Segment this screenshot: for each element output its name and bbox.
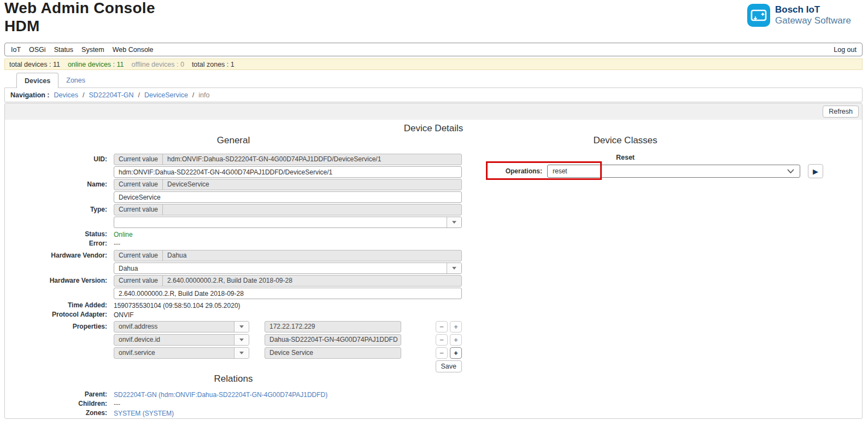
- hardware-vendor-dropdown-button[interactable]: [447, 263, 461, 273]
- property-row: onvif.service Device Service − +: [114, 347, 462, 359]
- chevron-down-icon: [452, 221, 456, 224]
- general-form: UID: Current value hdm:ONVIF:Dahua-SD222…: [5, 154, 478, 418]
- status-label: Status:: [5, 230, 114, 239]
- parent-label: Parent:: [5, 390, 114, 399]
- add-property-button[interactable]: +: [450, 334, 462, 346]
- time-added-value: 1590735530104 (09:58:50.104 29.05.2020): [114, 302, 241, 310]
- parent-row: Parent: SD22204T-GN (hdm:ONVIF:Dahua-SD2…: [5, 390, 478, 399]
- save-button[interactable]: Save: [436, 360, 462, 372]
- hardware-version-input[interactable]: [114, 288, 462, 299]
- menu-item-status[interactable]: Status: [54, 46, 73, 54]
- property-key-dropdown-button[interactable]: [234, 348, 249, 358]
- name-label: Name:: [5, 179, 114, 190]
- menu-item-web-console[interactable]: Web Console: [113, 46, 154, 54]
- time-added-label: Time Added:: [5, 301, 114, 310]
- menubar: IoT OSGi Status System Web Console Log o…: [4, 43, 863, 56]
- type-dropdown-button[interactable]: [447, 217, 461, 227]
- remove-property-button[interactable]: −: [436, 347, 448, 359]
- hardware-vendor-input[interactable]: [114, 263, 447, 273]
- breadcrumb: Navigation : Devices / SD22204T-GN / Dev…: [4, 87, 863, 102]
- page-title-line1: Web Admin Console: [4, 0, 155, 17]
- name-current-value: Current value DeviceService: [114, 179, 462, 190]
- add-property-button[interactable]: +: [450, 347, 462, 359]
- type-combobox: [114, 217, 462, 228]
- chevron-down-icon: [239, 339, 244, 341]
- type-label: Type:: [5, 204, 114, 215]
- property-row: onvif.address 172.22.172.229 − +: [114, 321, 462, 332]
- children-row: Children: ---: [5, 399, 478, 409]
- execute-operation-button[interactable]: ▶: [808, 164, 823, 178]
- menu-item-system[interactable]: System: [81, 46, 104, 54]
- logo-brand-text: Bosch IoT: [775, 4, 851, 15]
- general-section: General UID: Current value hdm:ONVIF:Dah…: [5, 135, 478, 418]
- current-value-caption: Current value: [114, 276, 163, 286]
- breadcrumb-label: Navigation :: [10, 91, 50, 99]
- hardware-vendor-group: Hardware Vendor: Current value Dahua: [5, 250, 478, 274]
- uid-input[interactable]: [114, 166, 462, 178]
- logo-text: Bosch IoT Gateway Software: [775, 4, 851, 26]
- uid-current-value: Current value hdm:ONVIF:Dahua-SD22204T-G…: [114, 154, 462, 165]
- general-title: General: [5, 135, 462, 147]
- operations-select[interactable]: reset: [547, 165, 800, 178]
- property-row: onvif.device.id Dahua-SD22204T-GN-4G00D7…: [114, 334, 462, 346]
- tab-devices[interactable]: Devices: [16, 73, 58, 88]
- hardware-version-current-value: Current value 2.640.0000000.2.R, Build D…: [114, 275, 462, 287]
- device-details-title: Device Details: [5, 123, 862, 134]
- breadcrumb-link-devices[interactable]: Devices: [54, 91, 78, 99]
- main-panel: Refresh Device Details General UID: Curr…: [4, 103, 863, 419]
- property-key-combobox: onvif.address: [114, 321, 249, 332]
- protocol-adapter-label: Protocol Adapter:: [5, 310, 114, 319]
- zones-link[interactable]: SYSTEM (SYSTEM): [114, 410, 174, 417]
- operations-label: Operations:: [478, 167, 542, 175]
- name-input[interactable]: [114, 191, 462, 203]
- breadcrumb-link-service[interactable]: DeviceService: [144, 91, 188, 99]
- add-property-button[interactable]: +: [450, 321, 462, 332]
- brand-logo: Bosch IoT Gateway Software: [747, 4, 851, 27]
- device-classes-title: Device Classes: [473, 135, 777, 146]
- hardware-vendor-current-value: Current value Dahua: [114, 250, 462, 261]
- hardware-version-label: Hardware Version:: [5, 275, 114, 287]
- parent-link[interactable]: SD22204T-GN (hdm:ONVIF:Dahua-SD22204T-GN…: [114, 391, 327, 399]
- hardware-version-group: Hardware Version: Current value 2.640.00…: [5, 275, 478, 299]
- logout-button[interactable]: Log out: [834, 46, 857, 54]
- children-label: Children:: [5, 399, 114, 409]
- error-value: ---: [114, 240, 120, 248]
- zones-row: Zones: SYSTEM (SYSTEM): [5, 409, 478, 418]
- error-label: Error:: [5, 239, 114, 248]
- breadcrumb-current: info: [198, 91, 209, 99]
- current-value-caption: Current value: [114, 154, 163, 165]
- protocol-adapter-row: Protocol Adapter: ONVIF: [5, 310, 478, 319]
- tab-strip: Devices Zones: [16, 73, 93, 88]
- page-title: Web Admin Console HDM: [4, 0, 155, 35]
- uid-group: UID: Current value hdm:ONVIF:Dahua-SD222…: [5, 154, 478, 178]
- current-value-caption: Current value: [114, 205, 163, 215]
- tab-zones[interactable]: Zones: [58, 73, 93, 88]
- breadcrumb-link-device[interactable]: SD22204T-GN: [89, 91, 134, 99]
- save-row: Save: [114, 360, 462, 372]
- children-value: ---: [114, 400, 120, 408]
- property-key-combobox: onvif.device.id: [114, 334, 249, 346]
- properties-label: Properties:: [5, 321, 114, 332]
- property-key-dropdown-button[interactable]: [234, 322, 249, 332]
- operations-selected-value: reset: [548, 167, 787, 175]
- property-key-combobox: onvif.service: [114, 347, 249, 359]
- breadcrumb-separator: /: [138, 91, 139, 99]
- page-title-line2: HDM: [4, 17, 155, 35]
- status-value: Online: [114, 231, 133, 238]
- status-row: Status: Online: [5, 230, 478, 239]
- remove-property-button[interactable]: −: [436, 321, 448, 332]
- device-counters-bar: total devices : 11 online devices : 11 o…: [4, 59, 863, 70]
- property-key-dropdown-button[interactable]: [234, 335, 249, 345]
- relations-title: Relations: [5, 374, 462, 386]
- hardware-vendor-label: Hardware Vendor:: [5, 250, 114, 261]
- menu-item-osgi[interactable]: OSGi: [29, 46, 46, 54]
- refresh-button[interactable]: Refresh: [823, 106, 859, 118]
- remove-property-button[interactable]: −: [436, 334, 448, 346]
- current-value-caption: Current value: [114, 250, 163, 261]
- properties-group: Properties: onvif.address 172.22.172.229…: [5, 321, 478, 372]
- device-class-name: Reset: [473, 154, 777, 161]
- type-input[interactable]: [114, 217, 447, 227]
- offline-devices-count: offline devices : 0: [132, 61, 184, 68]
- menu-item-iot[interactable]: IoT: [11, 46, 21, 54]
- panel-toolbar: Refresh: [5, 103, 862, 120]
